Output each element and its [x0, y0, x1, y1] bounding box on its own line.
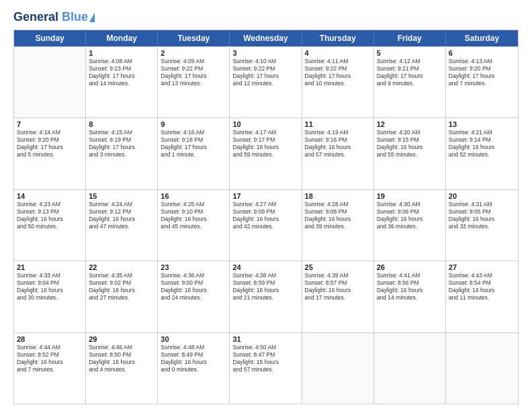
- cell-info-line: Daylight: 17 hours: [161, 73, 226, 80]
- cell-info-line: Sunrise: 4:10 AM: [232, 58, 298, 65]
- day-number: 27: [449, 263, 515, 271]
- weekday-header-friday: Friday: [374, 30, 446, 46]
- day-cell-9: 9Sunrise: 4:16 AMSunset: 9:18 PMDaylight…: [158, 118, 230, 189]
- cell-info-line: Sunset: 9:12 PM: [89, 208, 154, 216]
- cell-info-line: Sunrise: 4:28 AM: [305, 201, 371, 208]
- cell-info-line: Sunset: 9:23 PM: [89, 65, 154, 73]
- cell-info-line: Sunset: 9:20 PM: [449, 65, 515, 73]
- day-cell-11: 11Sunrise: 4:19 AMSunset: 9:16 PMDayligh…: [302, 118, 374, 189]
- cell-info-line: Sunrise: 4:08 AM: [89, 58, 154, 65]
- cell-info-line: and 42 minutes.: [232, 223, 298, 230]
- cell-info-line: Sunset: 9:04 PM: [17, 279, 83, 287]
- cell-info-line: and 12 minutes.: [232, 80, 298, 87]
- cell-info-line: and 55 minutes.: [377, 151, 443, 158]
- cell-info-line: Sunrise: 4:48 AM: [161, 344, 226, 351]
- cell-info-line: Daylight: 16 hours: [161, 216, 226, 223]
- cell-info-line: Sunset: 8:57 PM: [305, 279, 371, 287]
- cell-info-line: Daylight: 16 hours: [305, 216, 371, 223]
- cell-info-line: Sunrise: 4:44 AM: [17, 344, 83, 351]
- day-number: 24: [232, 263, 298, 271]
- cell-info-line: Sunset: 9:08 PM: [305, 208, 371, 216]
- cell-info-line: Sunset: 9:00 PM: [161, 279, 226, 287]
- cell-info-line: Daylight: 16 hours: [17, 287, 83, 294]
- day-cell-13: 13Sunrise: 4:21 AMSunset: 9:14 PMDayligh…: [446, 118, 518, 189]
- day-number: 17: [232, 192, 298, 200]
- cell-info-line: and 57 minutes.: [232, 366, 298, 373]
- cell-info-line: and 10 minutes.: [305, 80, 371, 87]
- day-number: 4: [305, 49, 371, 57]
- day-number: 8: [89, 120, 154, 128]
- cell-info-line: Sunset: 9:20 PM: [17, 136, 83, 144]
- cell-info-line: Daylight: 16 hours: [449, 144, 515, 151]
- cell-info-line: Daylight: 16 hours: [17, 359, 83, 366]
- cell-info-line: and 33 minutes.: [449, 223, 515, 230]
- cell-info-line: Sunset: 8:54 PM: [449, 279, 515, 287]
- day-number: 5: [377, 49, 443, 57]
- day-number: 2: [161, 49, 226, 57]
- cell-info-line: Sunset: 9:13 PM: [17, 208, 83, 216]
- cell-info-line: Daylight: 16 hours: [377, 144, 443, 151]
- day-number: 13: [449, 120, 515, 128]
- day-cell-17: 17Sunrise: 4:27 AMSunset: 9:09 PMDayligh…: [230, 190, 302, 261]
- calendar-row-5: 28Sunrise: 4:44 AMSunset: 8:52 PMDayligh…: [14, 332, 518, 404]
- cell-info-line: Sunrise: 4:33 AM: [17, 272, 83, 279]
- cell-info-line: and 14 minutes.: [377, 294, 443, 302]
- day-number: 15: [89, 192, 154, 200]
- cell-info-line: Daylight: 16 hours: [17, 216, 83, 223]
- cell-info-line: Sunset: 9:22 PM: [232, 65, 298, 73]
- day-cell-31: 31Sunrise: 4:50 AMSunset: 8:47 PMDayligh…: [230, 333, 302, 404]
- day-cell-21: 21Sunrise: 4:33 AMSunset: 9:04 PMDayligh…: [14, 261, 86, 332]
- cell-info-line: Sunrise: 4:13 AM: [449, 58, 515, 65]
- cell-info-line: and 45 minutes.: [161, 223, 226, 230]
- cell-info-line: Sunset: 9:15 PM: [377, 136, 443, 144]
- day-number: 10: [232, 120, 298, 128]
- day-cell-8: 8Sunrise: 4:15 AMSunset: 9:19 PMDaylight…: [86, 118, 158, 189]
- cell-info-line: and 47 minutes.: [89, 223, 154, 230]
- cell-info-line: Sunset: 8:56 PM: [377, 279, 443, 287]
- cell-info-line: Sunset: 8:52 PM: [17, 351, 83, 359]
- cell-info-line: and 11 minutes.: [449, 294, 515, 302]
- cell-info-line: Daylight: 17 hours: [449, 73, 515, 80]
- day-cell-24: 24Sunrise: 4:38 AMSunset: 8:59 PMDayligh…: [230, 261, 302, 332]
- logo-blue: Blue: [58, 10, 88, 24]
- day-number: 12: [377, 120, 443, 128]
- cell-info-line: Sunrise: 4:14 AM: [17, 129, 83, 136]
- day-number: 29: [89, 335, 154, 343]
- cell-info-line: Sunrise: 4:43 AM: [449, 272, 515, 279]
- cell-info-line: Daylight: 16 hours: [232, 287, 298, 294]
- cell-info-line: Sunrise: 4:25 AM: [161, 201, 226, 208]
- cell-info-line: and 7 minutes.: [17, 366, 83, 373]
- cell-info-line: Sunset: 9:22 PM: [161, 65, 226, 73]
- day-cell-18: 18Sunrise: 4:28 AMSunset: 9:08 PMDayligh…: [302, 190, 374, 261]
- cell-info-line: Daylight: 17 hours: [89, 73, 154, 80]
- day-number: 16: [161, 192, 226, 200]
- cell-info-line: Daylight: 16 hours: [377, 287, 443, 294]
- cell-info-line: Sunset: 9:17 PM: [232, 136, 298, 144]
- day-cell-30: 30Sunrise: 4:48 AMSunset: 8:49 PMDayligh…: [158, 333, 230, 404]
- cell-info-line: Sunset: 8:59 PM: [232, 279, 298, 287]
- day-number: 23: [161, 263, 226, 271]
- cell-info-line: Sunrise: 4:36 AM: [161, 272, 226, 279]
- calendar-row-4: 21Sunrise: 4:33 AMSunset: 9:04 PMDayligh…: [14, 261, 518, 332]
- day-cell-5: 5Sunrise: 4:12 AMSunset: 9:21 PMDaylight…: [374, 47, 446, 118]
- day-cell-1: 1Sunrise: 4:08 AMSunset: 9:23 PMDaylight…: [86, 47, 158, 118]
- day-number: 26: [377, 263, 443, 271]
- cell-info-line: Sunrise: 4:31 AM: [449, 201, 515, 208]
- cell-info-line: and 5 minutes.: [17, 151, 83, 158]
- cell-info-line: Sunrise: 4:27 AM: [232, 201, 298, 208]
- cell-info-line: Daylight: 17 hours: [232, 73, 298, 80]
- cell-info-line: and 4 minutes.: [89, 366, 154, 373]
- cell-info-line: Sunset: 9:10 PM: [161, 208, 226, 216]
- day-cell-4: 4Sunrise: 4:11 AMSunset: 9:22 PMDaylight…: [302, 47, 374, 118]
- weekday-header-wednesday: Wednesday: [230, 30, 302, 46]
- calendar-header: SundayMondayTuesdayWednesdayThursdayFrid…: [14, 30, 518, 46]
- cell-info-line: Sunset: 9:19 PM: [89, 136, 154, 144]
- day-cell-14: 14Sunrise: 4:23 AMSunset: 9:13 PMDayligh…: [14, 190, 86, 261]
- cell-info-line: Daylight: 15 hours: [232, 359, 298, 366]
- cell-info-line: Sunrise: 4:50 AM: [232, 344, 298, 351]
- day-cell-22: 22Sunrise: 4:35 AMSunset: 9:02 PMDayligh…: [86, 261, 158, 332]
- weekday-header-tuesday: Tuesday: [158, 30, 230, 46]
- cell-info-line: Sunset: 9:09 PM: [232, 208, 298, 216]
- day-number: 19: [377, 192, 443, 200]
- cell-info-line: and 3 minutes.: [89, 151, 154, 158]
